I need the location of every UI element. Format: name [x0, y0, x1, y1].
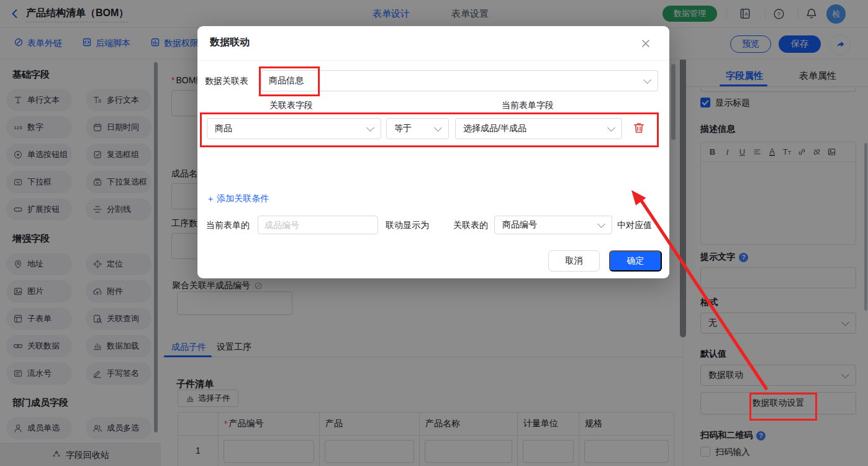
modal-title: 数据联动: [210, 36, 250, 49]
add-condition-link[interactable]: + 添加关联条件: [208, 193, 269, 204]
cancel-button[interactable]: 取消: [548, 250, 600, 272]
delete-condition-icon[interactable]: [632, 121, 646, 135]
link-as-label: 联动显示为: [386, 220, 429, 231]
of-table-label: 关联表的: [453, 220, 488, 231]
close-icon[interactable]: [640, 37, 652, 50]
chevron-down-icon: [366, 124, 374, 132]
data-linkage-modal: 数据联动 数据关联表 商品信息 关联表字段 当前表单字段 商品 等于 选择成品/…: [197, 26, 669, 278]
confirm-button[interactable]: 确定: [609, 250, 662, 272]
chevron-down-icon: [643, 76, 651, 84]
form-designer-app: 产品结构清单（BOM） 表单设计 表单设置 数据管理 A ? 检 表单外链后端脚…: [0, 0, 868, 466]
condition-operator-select[interactable]: 等于: [386, 118, 449, 139]
form-field-input[interactable]: [258, 216, 378, 234]
chevron-down-icon: [607, 124, 615, 132]
chevron-down-icon: [434, 124, 442, 132]
column-header-form-field: 当前表单字段: [502, 100, 554, 111]
plus-icon: +: [208, 194, 213, 204]
chevron-down-icon: [597, 220, 605, 228]
condition-form-field-select[interactable]: 选择成品/半成品: [455, 118, 622, 139]
link-table-select[interactable]: 商品信息: [261, 70, 658, 91]
divider: [197, 60, 669, 61]
corresponding-value-label: 中对应值: [617, 220, 652, 231]
link-table-label: 数据关联表: [205, 76, 248, 87]
condition-field-select[interactable]: 商品: [207, 118, 381, 139]
link-table-field-select[interactable]: 商品编号: [494, 216, 612, 234]
display-prefix-label: 当前表单的: [206, 220, 250, 231]
column-header-link-field: 关联表字段: [269, 100, 313, 111]
